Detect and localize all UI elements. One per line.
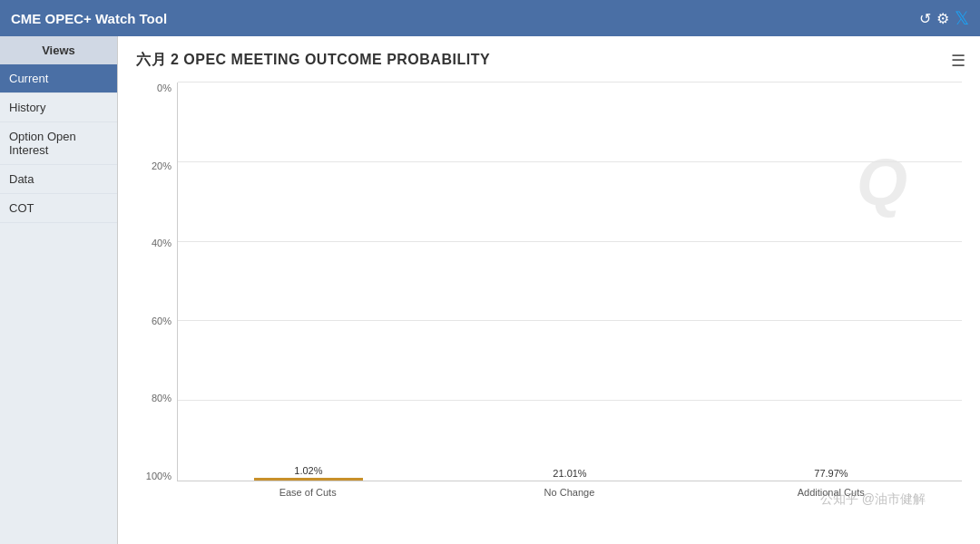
grid-line-60 xyxy=(178,241,962,242)
y-label-20: 20% xyxy=(152,160,172,171)
x-label-no-change: No Change xyxy=(438,487,700,498)
views-header: Views xyxy=(0,36,117,64)
main-layout: Views Current History Option Open Intere… xyxy=(0,36,980,544)
sidebar-item-data[interactable]: Data xyxy=(0,165,117,194)
y-label-100: 100% xyxy=(146,471,172,481)
grid-line-20 xyxy=(178,400,962,401)
x-axis: Ease of Cuts No Change Additional Cuts xyxy=(177,481,962,509)
chart-menu-icon[interactable]: ☰ xyxy=(951,51,965,71)
grid-line-100 xyxy=(178,82,962,83)
content-area: 六月 2 OPEC MEETING OUTCOME PROBABILITY ☰ … xyxy=(118,36,980,544)
bar-additional-cuts: 77.97% xyxy=(777,468,886,481)
y-label-0: 0% xyxy=(157,83,172,93)
y-axis: 100% 80% 60% 40% 20% 0% xyxy=(136,83,177,481)
x-label-ease-of-cuts: Ease of Cuts xyxy=(177,487,438,498)
bar-ease-of-cuts: 1.02% xyxy=(254,465,363,481)
grid-line-80 xyxy=(178,161,962,162)
chart-area: 100% 80% 60% 40% 20% 0% 1.02% xyxy=(136,83,962,509)
chart-plot: 1.02% 21.01% 77.97% xyxy=(177,83,962,481)
chart-title: 六月 2 OPEC MEETING OUTCOME PROBABILITY xyxy=(136,51,962,70)
grid-line-40 xyxy=(178,320,962,321)
sidebar-item-option-open-interest[interactable]: Option Open Interest xyxy=(0,122,117,165)
bar-rect-ease-of-cuts xyxy=(254,478,363,481)
app-title: CME OPEC+ Watch Tool xyxy=(11,11,167,26)
bar-value-no-change: 21.01% xyxy=(553,468,586,479)
app-header: CME OPEC+ Watch Tool ↺ ⚙ 𝕏 xyxy=(0,0,980,36)
bar-value-ease-of-cuts: 1.02% xyxy=(294,465,322,476)
sidebar-item-history[interactable]: History xyxy=(0,93,117,122)
twitter-icon[interactable]: 𝕏 xyxy=(955,7,969,29)
bar-no-change: 21.01% xyxy=(515,468,624,481)
y-label-40: 40% xyxy=(152,238,172,248)
x-label-additional-cuts: Additional Cuts xyxy=(701,487,962,498)
y-label-80: 80% xyxy=(152,393,172,403)
settings-icon[interactable]: ⚙ xyxy=(936,10,949,27)
reload-icon[interactable]: ↺ xyxy=(919,10,931,27)
bar-value-additional-cuts: 77.97% xyxy=(814,468,848,479)
header-icons: ↺ ⚙ 𝕏 xyxy=(919,7,969,29)
sidebar: Views Current History Option Open Intere… xyxy=(0,36,118,544)
sidebar-item-current[interactable]: Current xyxy=(0,64,117,93)
y-label-60: 60% xyxy=(152,316,172,326)
sidebar-item-cot[interactable]: COT xyxy=(0,194,117,223)
